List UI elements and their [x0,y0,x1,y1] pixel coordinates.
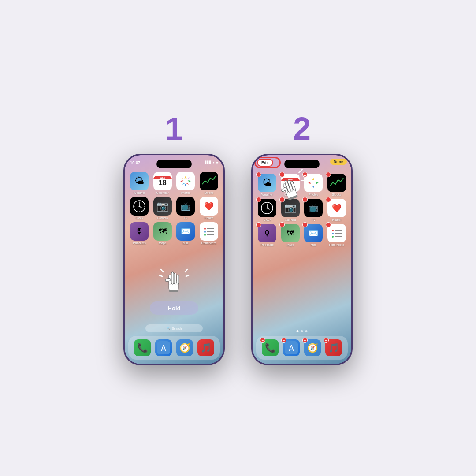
step1-number: 1 [165,111,183,147]
camera-icon1: 📷 [153,197,172,216]
svg-rect-36 [169,290,178,292]
delete-dock-appstore[interactable]: − [281,338,286,343]
calendar-label1: Calendar [156,191,169,194]
dynamic-island2 [284,160,320,168]
svg-line-26 [161,269,163,272]
step2-number: 2 [293,111,311,147]
tap-hand-cursor [277,168,310,208]
svg-point-14 [139,206,140,207]
maps-label1: Maps [159,242,166,245]
app-weather1[interactable]: 🌤 Weather [129,172,150,194]
app-camera1[interactable]: 📷 Camera [152,197,173,219]
svg-point-51 [332,230,334,231]
weather-icon1: 🌤 [130,172,149,190]
app-clock1[interactable]: Clock [129,197,150,219]
health-label2: Health [332,218,341,221]
dot1 [297,330,299,332]
app-weather2[interactable]: − 🌤 Weather [257,174,278,196]
search-icon: 🔍 [167,327,171,330]
svg-rect-33 [174,273,176,284]
camera-label1: Camera [157,216,168,219]
stocks-label2: Stocks [332,193,341,196]
hold-button1: Hold [150,301,198,315]
app-clock2[interactable]: − Clock [257,199,278,221]
delete-stocks[interactable]: − [326,172,331,177]
weather-label1: Weather [134,191,145,194]
delete-dock-music[interactable]: − [324,338,329,343]
clock-icon1 [130,197,149,216]
svg-rect-44 [328,175,345,191]
mail-icon1: ✉️ [176,222,195,241]
reminders-icon1 [200,222,218,241]
stocks-label1: Stocks [204,191,213,194]
dot3 [305,330,308,332]
battery-icon: ▰ [216,161,218,164]
dock-phone1[interactable]: 📞 [134,339,151,356]
delete-reminders[interactable]: − [326,222,331,227]
app-health1[interactable]: ❤️ Health [199,197,219,219]
tv-icon1: 📺 [176,197,195,216]
app-podcasts1[interactable]: 🎙 Podcasts [129,222,150,245]
podcasts-icon2: 🎙 [258,224,276,242]
app-tv1[interactable]: 📺 TV [175,197,196,219]
dot2 [301,330,303,332]
mail-icon2: ✉️ [304,224,323,242]
app-maps2[interactable]: − 🗺 Maps [280,224,301,246]
svg-line-28 [185,269,187,272]
weather-label2: Weather [261,193,273,196]
svg-point-20 [204,228,206,230]
app-reminders2[interactable]: − [327,224,347,246]
dock2: − 📞 − A − 🧭 [256,336,348,360]
app-photos1[interactable]: Photos [175,172,196,194]
tv-label2: TV [312,218,316,221]
svg-text:A: A [161,344,166,353]
done-label: Done [334,160,344,164]
delete-health[interactable]: − [326,197,331,202]
app-health2[interactable]: − ❤️ Health [327,199,347,221]
dock-music1[interactable]: 🎵 [197,339,214,356]
app-maps1[interactable]: 🗺 Maps [152,222,173,245]
app-podcasts2[interactable]: − 🎙 Podcasts [257,224,278,246]
app-mail1[interactable]: ✉️ Mail [175,222,196,245]
phone2: Edit Done − 🌤 Weather [251,154,353,365]
svg-rect-9 [201,173,217,190]
health-icon1: ❤️ [200,197,218,216]
signal-icon: ▋▋▋ [205,161,212,164]
app-stocks2[interactable]: − Stocks [327,174,347,196]
app-stocks1[interactable]: Stocks [199,172,219,194]
svg-line-29 [186,275,189,276]
svg-line-27 [160,275,162,276]
svg-point-53 [332,236,334,238]
app-mail2[interactable]: − ✉️ Mail [303,224,324,246]
search-bar1[interactable]: 🔍 Search [145,324,203,332]
svg-line-57 [299,169,302,173]
delete-dock-safari[interactable]: − [302,338,308,343]
calendar-icon1: WED 18 [153,172,172,190]
step1-wrapper: 1 10:07 ▋▋▋ ▾ ▰ [123,111,225,365]
delete-dock-phone[interactable]: − [260,338,265,343]
photos-label2: Photos [309,193,318,196]
svg-rect-34 [177,275,179,284]
phone1: 10:07 ▋▋▋ ▾ ▰ 🌤 Weather [123,154,225,365]
dock-safari1[interactable]: 🧭 [176,339,193,356]
svg-point-52 [332,233,334,234]
podcasts-icon1: 🎙 [130,222,149,241]
health-label1: Health [205,216,213,219]
podcasts-label2: Podcasts [261,243,274,246]
svg-point-22 [204,234,206,236]
maps-label2: Maps [286,243,294,246]
svg-point-21 [204,231,206,233]
podcasts-label1: Podcasts [133,242,146,245]
svg-line-58 [303,175,308,176]
app-calendar1[interactable]: WED 18 Calendar [152,172,173,194]
done-button[interactable]: Done [330,159,347,165]
clock-label1: Clock [135,216,143,219]
photos-icon1 [176,172,195,190]
delete-maps[interactable]: − [279,222,285,227]
dock-appstore1[interactable]: A [155,339,172,356]
photos-label1: Photos [181,191,190,194]
app-reminders1[interactable]: Reminders [199,222,219,245]
wifi-icon: ▾ [213,161,215,164]
tutorial-container: 1 10:07 ▋▋▋ ▾ ▰ [0,0,476,476]
clock-label2: Clock [263,218,271,221]
